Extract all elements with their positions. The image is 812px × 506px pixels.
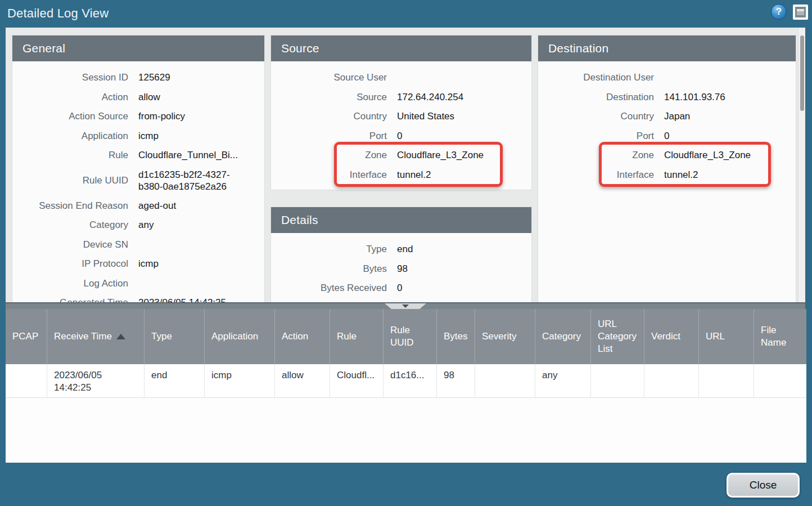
- column-label: Rule: [337, 330, 357, 343]
- panel-source-header: Source: [271, 35, 531, 61]
- column-label: Bytes: [444, 330, 468, 343]
- cell-verdict: [644, 364, 699, 397]
- vertical-scrollbar[interactable]: [798, 28, 805, 302]
- column-label: Action: [282, 330, 308, 343]
- field-label: Bytes: [271, 263, 387, 275]
- field-label: Port: [271, 131, 387, 142]
- field-value: any: [138, 220, 264, 231]
- field-source-address: Source 172.64.240.254: [271, 88, 531, 108]
- column-label: Rule UUID: [390, 324, 433, 349]
- log-detail-scroll-area: General Session ID 125629 Action allow A…: [6, 28, 805, 302]
- column-header-rule-uuid[interactable]: Rule UUID: [384, 309, 437, 364]
- field-value: tunnel.2: [664, 169, 796, 181]
- column-header-verdict[interactable]: Verdict: [644, 309, 699, 364]
- vertical-scrollbar-thumb[interactable]: [800, 35, 804, 111]
- field-session-id: Session ID 125629: [12, 68, 264, 88]
- cell-receive-time: 2023/06/05 14:42:25: [47, 364, 145, 397]
- log-table-header: PCAP Receive Time Type Application Actio…: [6, 309, 806, 364]
- field-label: Category: [12, 220, 128, 231]
- cell-action: allow: [275, 364, 330, 397]
- field-value: 125629: [138, 72, 264, 83]
- field-label: Country: [271, 111, 387, 122]
- field-label: Source: [271, 92, 387, 103]
- column-header-application[interactable]: Application: [205, 309, 275, 364]
- column-header-rule[interactable]: Rule: [330, 309, 384, 364]
- panel-general: General Session ID 125629 Action allow A…: [12, 35, 264, 302]
- column-label: PCAP: [12, 330, 38, 343]
- field-value: 141.101.93.76: [664, 92, 796, 103]
- field-label: Session End Reason: [12, 200, 128, 212]
- column-label: Severity: [482, 330, 516, 343]
- field-label: Log Action: [12, 278, 128, 289]
- panel-source: Source Source User Source 172.64.240.254…: [271, 35, 531, 190]
- field-label: Country: [538, 111, 654, 122]
- field-source-zone: Zone Cloudflare_L3_Zone: [271, 146, 531, 165]
- field-source-country: Country United States: [271, 107, 531, 127]
- field-application: Application icmp: [12, 127, 264, 146]
- field-destination-country: Country Japan: [538, 107, 796, 127]
- field-value: icmp: [138, 131, 264, 142]
- panel-general-body: Session ID 125629 Action allow Action So…: [12, 61, 264, 302]
- column-label: Receive Time: [54, 330, 112, 343]
- field-label: Destination: [538, 92, 654, 103]
- field-action: Action allow: [12, 88, 264, 108]
- column-header-receive-time[interactable]: Receive Time: [47, 309, 145, 364]
- field-device-sn: Device SN: [12, 235, 264, 255]
- splitter-collapse-handle[interactable]: [385, 303, 426, 309]
- titlebar: Detailed Log View ?: [0, 0, 812, 28]
- cell-pcap: [6, 364, 47, 397]
- restore-window-icon-inner: [795, 7, 806, 17]
- field-label: Zone: [538, 150, 654, 161]
- field-label: Action Source: [12, 111, 128, 122]
- field-label: Interface: [271, 169, 387, 181]
- close-button[interactable]: Close: [727, 473, 800, 498]
- field-destination-interface: Interface tunnel.2: [538, 165, 796, 185]
- cell-type: end: [145, 364, 205, 397]
- field-generated-time: Generated Time 2023/06/05 14:42:25: [12, 293, 264, 302]
- field-source-port: Port 0: [271, 127, 531, 146]
- column-header-file-name[interactable]: File Name: [754, 309, 806, 364]
- field-value: icmp: [138, 258, 264, 270]
- panel-details-body: Type end Bytes 98 Bytes Received 0: [271, 233, 531, 298]
- pane-splitter[interactable]: [6, 302, 805, 309]
- column-header-url[interactable]: URL: [699, 309, 754, 364]
- field-value: United States: [397, 111, 531, 122]
- cell-category: any: [535, 364, 591, 397]
- field-value: Cloudflare_Tunnel_Bi...: [138, 150, 264, 161]
- log-table-row[interactable]: 2023/06/05 14:42:25 end icmp allow Cloud…: [6, 364, 806, 398]
- column-header-category[interactable]: Category: [535, 309, 591, 364]
- field-source-interface: Interface tunnel.2: [271, 165, 531, 185]
- help-icon[interactable]: ?: [771, 4, 787, 20]
- detailed-log-view-dialog: { "titlebar": { "title": "Detailed Log V…: [0, 0, 812, 506]
- field-destination-zone: Zone Cloudflare_L3_Zone: [538, 146, 796, 165]
- cell-url-category-list: [591, 364, 644, 397]
- field-label: Bytes Received: [271, 283, 387, 294]
- field-destination-port: Port 0: [538, 127, 796, 146]
- field-destination-user: Destination User: [538, 68, 796, 88]
- field-value: 2023/06/05 14:42:25: [138, 297, 264, 302]
- field-label: Source User: [271, 72, 387, 83]
- field-session-end-reason: Session End Reason aged-out: [12, 196, 264, 216]
- field-label: IP Protocol: [12, 258, 128, 270]
- restore-window-icon[interactable]: [793, 5, 808, 20]
- field-destination-address: Destination 141.101.93.76: [538, 88, 796, 108]
- cell-severity: [475, 364, 535, 397]
- field-label: Session ID: [12, 72, 128, 83]
- column-header-severity[interactable]: Severity: [475, 309, 535, 364]
- column-header-bytes[interactable]: Bytes: [437, 309, 475, 364]
- cell-url: [699, 364, 754, 397]
- chevron-down-icon: [402, 305, 409, 308]
- field-action-source: Action Source from-policy: [12, 107, 264, 127]
- cell-rule: Cloudfl...: [330, 364, 384, 397]
- column-header-pcap[interactable]: PCAP: [6, 309, 47, 364]
- panel-details-header: Details: [271, 207, 531, 233]
- field-rule: Rule Cloudflare_Tunnel_Bi...: [12, 146, 264, 165]
- column-header-type[interactable]: Type: [145, 309, 205, 364]
- column-header-url-category-list[interactable]: URL Category List: [591, 309, 644, 364]
- field-value: d1c16235-b2f2-4327-b380-0ae1875e2a26: [138, 169, 251, 192]
- panel-source-body: Source User Source 172.64.240.254 Countr…: [271, 61, 531, 185]
- panel-general-header: General: [12, 35, 264, 61]
- column-header-action[interactable]: Action: [275, 309, 330, 364]
- cell-rule-uuid: d1c16...: [384, 364, 437, 397]
- column-label: Verdict: [651, 330, 680, 343]
